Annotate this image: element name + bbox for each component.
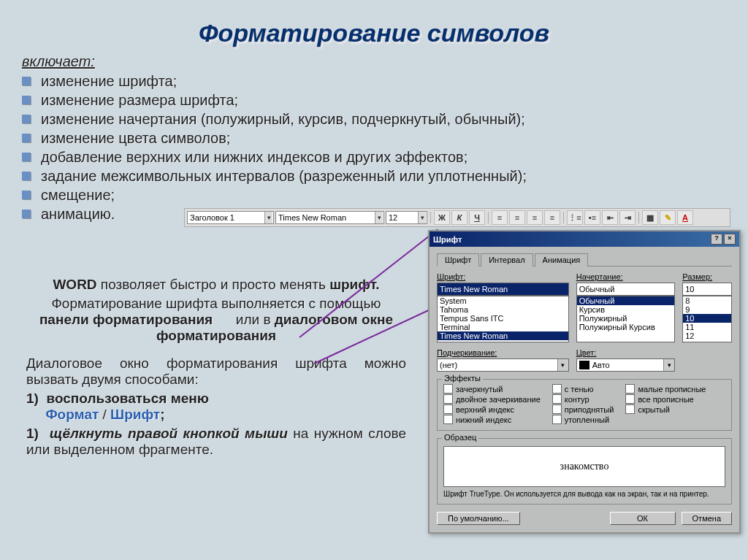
underline-combo[interactable]: (нет)	[437, 358, 569, 372]
sample-label: Образец	[442, 433, 478, 442]
tab-spacing[interactable]: Интервал	[481, 253, 533, 266]
dialog-tabs: Шрифт Интервал Анимация	[437, 253, 732, 266]
list-item[interactable]: Курсив	[577, 305, 675, 314]
intro-text: включает:	[22, 53, 726, 70]
list-item[interactable]: Times New Roman	[438, 331, 568, 340]
checkbox-doublestrike[interactable]: двойное зачеркивание	[443, 394, 541, 404]
outdent-button[interactable]: ⇤	[602, 210, 618, 225]
highlight-button[interactable]: ✎	[660, 210, 676, 225]
sample-preview: знакомство	[443, 446, 725, 487]
body-line-3: Диалоговое окно форматирования шрифта мо…	[26, 356, 406, 388]
underline-button[interactable]: Ч	[469, 210, 485, 225]
dialog-title-text: Шрифт	[433, 235, 462, 244]
variant-label: Начертание:	[576, 272, 676, 281]
list-item[interactable]: 12	[683, 331, 731, 340]
align-left-button[interactable]: ≡	[492, 210, 508, 225]
checkbox-hidden[interactable]: скрытый	[625, 404, 706, 414]
close-button[interactable]: ×	[724, 234, 736, 245]
checkbox-strike[interactable]: зачеркнутый	[443, 384, 541, 394]
bullet-item: добавление верхних или нижних индексов и…	[22, 147, 726, 166]
body-list-2: 1) щёлкнуть правой кнопкой мыши на нужно…	[26, 426, 406, 458]
help-button[interactable]: ?	[711, 234, 722, 245]
list-item[interactable]: 8	[683, 296, 731, 305]
list-item[interactable]: Полужирный	[577, 314, 675, 323]
align-justify-button[interactable]: ≡	[544, 210, 560, 225]
bullet-item: смещение;	[22, 185, 726, 204]
checkbox-outline[interactable]: контур	[552, 394, 614, 404]
ok-button[interactable]: ОК	[610, 512, 676, 525]
font-dialog: Шрифт ? × Шрифт Интервал Анимация Шрифт:…	[428, 230, 741, 534]
list-item[interactable]: Tahoma	[438, 305, 568, 314]
checkbox-emboss[interactable]: приподнятый	[552, 404, 614, 414]
bullet-item: задание межсимвольных интервалов (разреж…	[22, 166, 726, 185]
align-right-button[interactable]: ≡	[527, 210, 543, 225]
list-item[interactable]: 10	[683, 314, 731, 323]
variant-list[interactable]: Обычный Курсив Полужирный Полужирный Кур…	[576, 296, 676, 342]
checkbox-engrave[interactable]: утопленный	[552, 415, 614, 424]
borders-button[interactable]: ▦	[642, 210, 658, 225]
underline-label: Подчеркивание:	[437, 348, 569, 357]
size-label: Размер:	[682, 272, 732, 281]
list-item[interactable]: 9	[683, 305, 731, 314]
numbered-list-button[interactable]: ⋮≡	[567, 210, 583, 225]
effects-label: Эффекты	[442, 374, 483, 383]
cancel-button[interactable]: Отмена	[682, 512, 732, 525]
italic-button[interactable]: К	[451, 210, 468, 225]
body-list-1: 1) воспользоваться меню Формат / Шрифт;	[26, 391, 406, 423]
list-item[interactable]: Обычный	[577, 296, 675, 305]
body-line-2: Форматирование шрифта выполняется с помо…	[26, 296, 406, 344]
list-item[interactable]: System	[438, 296, 568, 305]
checkbox-shadow[interactable]: с тенью	[552, 384, 614, 394]
font-combo[interactable]: Times New Roman	[275, 211, 384, 224]
font-label: Шрифт:	[437, 272, 569, 281]
tab-animation[interactable]: Анимация	[535, 253, 589, 266]
checkbox-allcaps[interactable]: все прописные	[625, 394, 706, 404]
sample-group: Образец знакомство Шрифт TrueType. Он ис…	[437, 438, 732, 505]
default-button[interactable]: По умолчанию...	[437, 512, 520, 525]
list-item[interactable]: 11	[683, 323, 731, 331]
list-item[interactable]: Terminal	[438, 323, 568, 331]
color-label: Цвет:	[576, 348, 676, 357]
style-combo[interactable]: Заголовок 1	[187, 211, 274, 224]
font-list[interactable]: System Tahoma Tempus Sans ITC Terminal T…	[437, 296, 569, 342]
checkbox-smallcaps[interactable]: малые прописные	[625, 384, 706, 394]
variant-input[interactable]: Обычный	[576, 283, 676, 296]
bullet-item: изменение цвета символов;	[22, 129, 726, 147]
checkbox-subscript[interactable]: нижний индекс	[443, 415, 541, 424]
formatting-toolbar: Заголовок 1 Times New Roman 12 Ж К Ч ≡ ≡…	[184, 208, 730, 227]
tab-font[interactable]: Шрифт	[437, 253, 479, 266]
font-color-button[interactable]: A	[677, 210, 693, 225]
size-list[interactable]: 8 9 10 11 12	[682, 296, 732, 342]
bullet-item: изменение начертания (полужирный, курсив…	[22, 110, 726, 129]
color-combo[interactable]: Авто	[576, 358, 676, 372]
bullet-item: изменение размера шрифта;	[22, 91, 726, 110]
slide-title: Форматирование символов	[22, 19, 726, 47]
bulleted-list-button[interactable]: •≡	[584, 210, 600, 225]
hint-text: Шрифт TrueType. Он используется для выво…	[443, 490, 725, 498]
list-item[interactable]: Tempus Sans ITC	[438, 314, 568, 323]
size-input[interactable]: 10	[682, 283, 732, 296]
effects-group: Эффекты зачеркнутый двойное зачеркивание…	[437, 379, 732, 431]
size-combo[interactable]: 12	[386, 211, 427, 224]
font-input[interactable]: Times New Roman	[437, 283, 569, 296]
align-center-button[interactable]: ≡	[509, 210, 525, 225]
dialog-titlebar[interactable]: Шрифт ? ×	[430, 231, 739, 247]
bullet-list: изменение шрифта; изменение размера шриф…	[22, 72, 726, 223]
indent-button[interactable]: ⇥	[619, 210, 636, 225]
color-swatch-icon	[579, 361, 589, 369]
body-line-1: WORD позволяет быстро и просто менять шр…	[26, 277, 406, 293]
checkbox-superscript[interactable]: верхний индекс	[443, 404, 541, 414]
list-item[interactable]: Полужирный Курсив	[577, 323, 675, 331]
bullet-item: изменение шрифта;	[22, 72, 726, 91]
bold-button[interactable]: Ж	[434, 210, 450, 225]
